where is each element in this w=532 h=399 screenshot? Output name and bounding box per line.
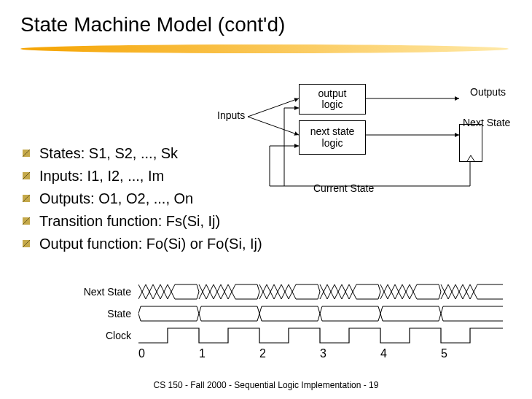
list-item: Output function: Fo(Si) or Fo(Si, Ij)	[20, 233, 262, 255]
tick-label: 2	[259, 347, 266, 360]
svg-line-2	[248, 117, 299, 135]
label-inputs: Inputs	[217, 109, 245, 121]
label-next-state: Next State	[463, 117, 510, 128]
tick-label: 4	[380, 347, 387, 360]
timing-label-next-state: Next State	[44, 286, 138, 298]
label-current-state: Current State	[313, 182, 374, 194]
wave-state	[138, 305, 503, 322]
list-item: States: S1, S2, ..., Sk	[20, 142, 262, 165]
slide-footer: CS 150 - Fall 2000 - Sequential Logic Im…	[0, 380, 532, 390]
label-outputs: Outputs	[470, 86, 506, 98]
list-item: Inputs: I1, I2, ..., Im	[20, 165, 262, 187]
bullet-icon	[20, 165, 32, 187]
slide-title: State Machine Model (cont'd)	[20, 13, 285, 36]
bullet-icon	[20, 233, 32, 255]
register-clock-triangle-icon	[460, 125, 482, 161]
wave-next-state	[138, 283, 503, 301]
box-next-state-logic: next state logic	[299, 120, 366, 155]
title-underline	[20, 44, 509, 54]
wave-clock	[138, 327, 503, 344]
box-output-logic: output logic	[299, 84, 366, 115]
bullet-text: States: S1, S2, ..., Sk	[39, 142, 178, 165]
bullet-icon	[20, 187, 32, 210]
tick-label: 0	[138, 347, 145, 360]
bullet-list: States: S1, S2, ..., Sk Inputs: I1, I2, …	[20, 142, 262, 255]
timing-diagram: Next State	[44, 281, 503, 346]
bullet-text: Outputs: O1, O2, ..., On	[39, 187, 193, 210]
bullet-icon	[20, 142, 32, 165]
timing-label-state: State	[44, 308, 138, 319]
bullet-text: Transition function: Fs(Si, Ij)	[39, 210, 220, 233]
tick-label: 5	[441, 347, 447, 360]
bullet-icon	[20, 210, 32, 233]
tick-label: 3	[320, 347, 326, 360]
tick-label: 1	[199, 347, 206, 360]
bullet-text: Inputs: I1, I2, ..., Im	[39, 165, 164, 187]
box-register	[459, 124, 482, 162]
timing-label-clock: Clock	[44, 330, 138, 341]
svg-point-0	[20, 44, 509, 53]
bullet-text: Output function: Fo(Si) or Fo(Si, Ij)	[39, 233, 262, 255]
list-item: Transition function: Fs(Si, Ij)	[20, 210, 262, 233]
list-item: Outputs: O1, O2, ..., On	[20, 187, 262, 210]
